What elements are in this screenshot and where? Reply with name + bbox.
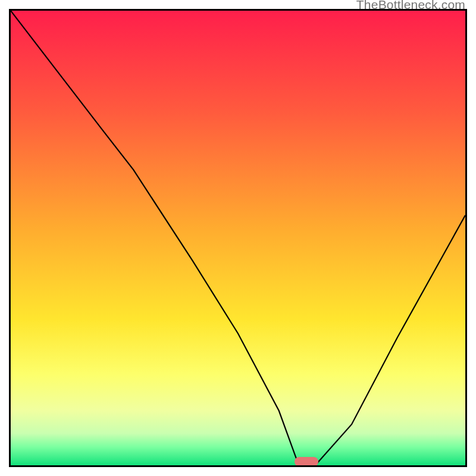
chart-container: TheBottleneck.com (0, 0, 476, 476)
bottleneck-curve (11, 11, 465, 465)
plot-area (9, 9, 467, 467)
optimal-marker (295, 457, 318, 466)
